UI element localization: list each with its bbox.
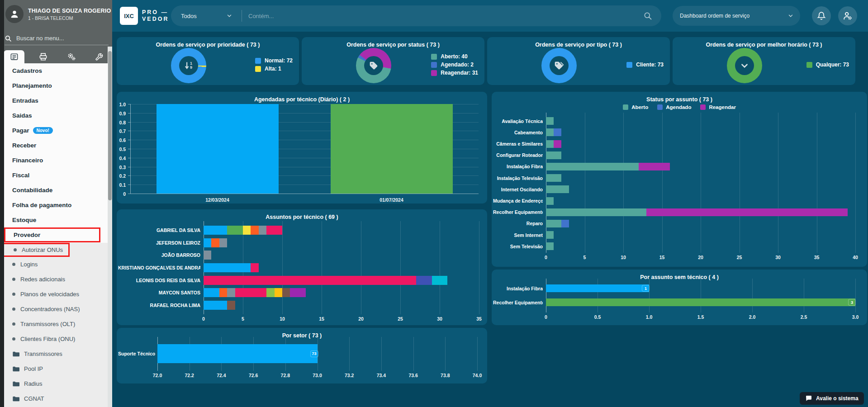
sidebar-subitem-clientes-fibra-onu[interactable]: Clientes Fibra (ONU) [0,331,108,346]
bar-segment[interactable] [251,263,258,272]
bar-segment[interactable] [282,288,290,297]
bar-segment[interactable] [546,185,569,193]
bar-segment[interactable] [251,226,258,235]
sidebar-item-fiscal[interactable]: Fiscal [4,168,100,183]
bar-segment[interactable] [243,226,251,235]
bar-segment[interactable] [204,276,416,285]
bar-segment[interactable] [554,128,561,136]
sidebar-item-saidas[interactable]: Saidas [4,108,100,123]
tab-tools[interactable] [89,50,109,63]
bar-segment[interactable] [157,344,318,363]
scrollbar-thumb[interactable] [108,51,112,200]
bar-segment[interactable] [639,163,669,170]
bar-segment[interactable] [204,263,251,272]
bar-segment[interactable] [546,151,561,159]
search-icon[interactable] [643,11,652,20]
tab-settings[interactable] [61,50,82,63]
feedback-button[interactable]: Avalie o sistema [800,392,864,405]
account-button[interactable] [838,6,857,25]
bar-segment[interactable] [546,242,554,250]
sidebar-subitem-logins[interactable]: Logins [0,257,108,272]
bar-segment[interactable] [546,197,554,205]
donut-horario[interactable] [727,48,762,83]
bar-segment[interactable] [546,298,855,306]
bar-segment[interactable] [227,288,235,297]
sidebar-subitem-concentradores-nas[interactable]: Concentradores (NAS) [0,302,108,317]
sidebar-subitem-pool-ip[interactable]: Pool IP [0,361,108,376]
bar-segment[interactable] [204,226,227,235]
sidebar-item-financeiro[interactable]: Financeiro [4,153,100,168]
sidebar-item-planejamento[interactable]: Planejamento [4,78,100,93]
category-label: Reparo [493,220,543,227]
bar-segment[interactable] [416,276,432,285]
bar-segment[interactable] [546,231,554,239]
bar-segment[interactable] [546,284,649,292]
bar-segment[interactable] [227,301,235,310]
sidebar-left-scrollbar[interactable] [0,0,4,407]
sidebar-item-pagar[interactable]: PagarNovo! [4,123,100,138]
dashboard-selector[interactable]: Dashboard ordem de serviço [673,6,800,26]
filter-dropdown[interactable]: Todos [181,13,226,19]
donut-tipo[interactable] [541,48,577,83]
legend-item[interactable]: Alta: 1 [255,66,293,72]
bar-segment[interactable] [432,276,448,285]
bar-segment[interactable] [546,174,561,182]
user-profile[interactable]: THIAGO DE SOUZA ROGERIO 1 - BRISA TELECO… [0,0,112,28]
menu-search-input[interactable]: Buscar no menu... [5,32,109,45]
bar-segment[interactable] [275,288,282,297]
bar-segment[interactable] [646,208,848,216]
bar[interactable] [331,104,453,194]
sidebar-item-entradas[interactable]: Entradas [4,93,100,108]
sidebar-item-provedor[interactable]: Provedor [4,227,100,242]
bar-segment[interactable] [204,301,227,310]
sidebar-item-cadastros[interactable]: Cadastros [4,63,100,78]
bar-segment[interactable] [204,251,211,260]
legend-item[interactable]: Reagendar: 31 [431,70,478,76]
sidebar-subitem-cgnat[interactable]: CGNAT [0,391,108,406]
bar[interactable] [157,104,279,194]
bar-segment[interactable] [554,140,561,148]
bar-segment[interactable] [204,288,219,297]
sidebar-subitem-transmissores-olt[interactable]: Transmissores (OLT) [0,317,108,331]
chevron-down-icon[interactable] [226,13,232,19]
bar-segment[interactable] [546,128,554,136]
sidebar-tabs [0,47,112,63]
tab-menu[interactable] [4,50,24,63]
legend-item[interactable]: Cliente: 73 [626,62,664,68]
sidebar-scrollbar[interactable] [108,47,112,407]
sidebar-item-contabilidade[interactable]: Contabilidade [4,183,100,198]
sidebar-subitem-radius[interactable]: Radius [0,376,108,391]
sidebar-subitem-planos-de-velocidades[interactable]: Planos de velocidades [0,287,108,302]
bar-segment[interactable] [266,226,282,235]
search-input[interactable]: Contém... [248,13,643,19]
bar-segment[interactable] [227,226,243,235]
bar-segment[interactable] [546,140,554,148]
sidebar-item-estoque[interactable]: Estoque [4,213,100,227]
bar-segment[interactable] [561,220,569,227]
legend-item[interactable]: Agendado: 2 [431,62,478,68]
tab-print[interactable] [33,50,53,63]
legend-item[interactable]: Aberto: 40 [431,53,478,60]
bar-segment[interactable] [204,238,211,247]
bar-segment[interactable] [546,117,554,125]
bar-segment[interactable] [235,288,267,297]
sidebar-subitem-transmissores[interactable]: Transmissores [0,346,108,361]
sidebar-item-folha-de-pagamento[interactable]: Folha de pagamento [4,198,100,213]
donut-prioridade[interactable]: 19 [171,48,206,83]
bar-segment[interactable] [219,238,227,247]
bar-segment[interactable] [211,238,219,247]
bar-segment[interactable] [546,220,561,227]
bar-segment[interactable] [546,208,646,216]
sidebar-subitem-autorizar-onus[interactable]: Autorizar ONUs [0,243,70,257]
sidebar-item-receber[interactable]: Receber [4,138,100,153]
bar-segment[interactable] [259,226,266,235]
bar-segment[interactable] [266,288,274,297]
bar-segment[interactable] [219,288,227,297]
notifications-button[interactable] [812,6,831,25]
legend-item[interactable]: Qualquer: 73 [806,62,849,68]
legend-item[interactable]: Normal: 72 [255,57,293,64]
bar-segment[interactable] [546,163,639,170]
donut-status[interactable] [356,48,391,83]
sidebar-subitem-redes-adicionais[interactable]: Redes adicionais [0,272,108,287]
bar-segment[interactable] [290,288,306,297]
